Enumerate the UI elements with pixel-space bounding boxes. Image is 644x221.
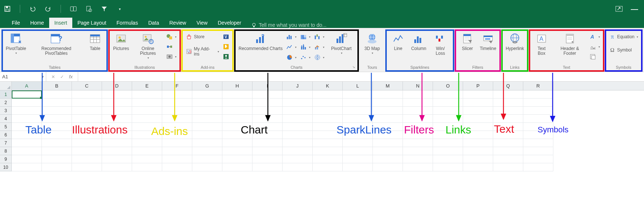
cell[interactable] — [222, 131, 252, 139]
cell[interactable] — [252, 90, 283, 99]
cell[interactable] — [102, 115, 132, 123]
cell[interactable] — [162, 139, 192, 147]
name-box-dropdown-icon[interactable]: ▼ — [41, 75, 44, 79]
cell[interactable] — [162, 99, 192, 107]
cell[interactable] — [373, 90, 403, 99]
tab-data[interactable]: Data — [143, 18, 164, 28]
cell[interactable] — [523, 123, 553, 131]
cell[interactable] — [493, 123, 523, 131]
table-button[interactable]: Table — [87, 32, 103, 51]
cell[interactable] — [42, 90, 72, 99]
cell[interactable] — [192, 163, 222, 171]
row-header[interactable]: 6 — [0, 131, 12, 139]
cell[interactable] — [102, 99, 132, 107]
cell[interactable] — [132, 107, 162, 115]
cell[interactable] — [132, 163, 162, 171]
cell[interactable] — [493, 115, 523, 123]
recommended-charts-button[interactable]: ? Recommended Charts — [239, 32, 283, 51]
charts-launcher-icon[interactable]: ↘ — [352, 65, 355, 69]
cell[interactable] — [493, 131, 523, 139]
cell[interactable] — [313, 90, 343, 99]
column-header[interactable]: O — [433, 82, 463, 90]
cell[interactable] — [192, 147, 222, 155]
cell[interactable] — [42, 99, 72, 107]
store-button[interactable]: Store — [186, 32, 219, 41]
cell[interactable] — [72, 90, 102, 99]
cell[interactable] — [373, 147, 403, 155]
cell[interactable] — [72, 147, 102, 155]
cell[interactable] — [523, 139, 553, 147]
cell[interactable] — [463, 155, 493, 163]
cell[interactable] — [403, 155, 433, 163]
pictures-button[interactable]: Pictures — [113, 32, 130, 51]
cell[interactable] — [42, 155, 72, 163]
cell[interactable] — [252, 155, 283, 163]
formula-input[interactable] — [78, 72, 644, 81]
cell[interactable] — [12, 163, 42, 171]
tab-insert[interactable]: Insert — [49, 18, 72, 28]
line-chart-button[interactable]: ▾ — [286, 43, 299, 51]
cell[interactable] — [192, 90, 222, 99]
cell[interactable] — [252, 139, 283, 147]
cell[interactable] — [283, 107, 313, 115]
row-header[interactable]: 5 — [0, 123, 12, 131]
cell[interactable] — [72, 99, 102, 107]
cell[interactable] — [252, 123, 283, 131]
cell[interactable] — [313, 131, 343, 139]
scatter-chart-button[interactable]: ▾ — [300, 53, 313, 62]
cell[interactable] — [523, 155, 553, 163]
cell[interactable] — [313, 123, 343, 131]
cell[interactable] — [283, 163, 313, 171]
cell[interactable] — [313, 139, 343, 147]
column-header[interactable]: D — [102, 82, 132, 90]
cell[interactable] — [343, 115, 373, 123]
cell[interactable] — [12, 107, 42, 115]
cell[interactable] — [72, 115, 102, 123]
cell[interactable] — [433, 147, 463, 155]
select-all-button[interactable] — [0, 82, 12, 90]
cell[interactable] — [463, 163, 493, 171]
cell[interactable] — [343, 123, 373, 131]
cell[interactable] — [42, 139, 72, 147]
cell[interactable] — [132, 99, 162, 107]
cell[interactable] — [523, 115, 553, 123]
ribbon-display-options-icon[interactable] — [615, 4, 623, 13]
sparkline-winloss-button[interactable]: Win/ Loss — [431, 32, 450, 56]
cell[interactable] — [343, 131, 373, 139]
cell[interactable] — [72, 123, 102, 131]
cell[interactable] — [463, 139, 493, 147]
cell[interactable] — [463, 115, 493, 123]
row-header[interactable]: 1 — [0, 90, 12, 99]
cell[interactable] — [132, 123, 162, 131]
hyperlink-button[interactable]: Hyperlink — [506, 32, 524, 51]
pivotchart-button[interactable]: PivotChart ▾ — [331, 32, 352, 55]
recommended-pivottables-button[interactable]: ? Recommended PivotTables — [30, 32, 83, 56]
cell[interactable] — [132, 139, 162, 147]
slicer-button[interactable]: Slicer — [459, 32, 476, 51]
column-header[interactable]: C — [72, 82, 102, 90]
cell[interactable] — [433, 107, 463, 115]
waterfall-chart-button[interactable]: ▾ — [314, 32, 327, 41]
row-header[interactable]: 3 — [0, 107, 12, 115]
cell[interactable] — [42, 163, 72, 171]
cell[interactable] — [313, 115, 343, 123]
column-header[interactable]: M — [373, 82, 403, 90]
cell[interactable] — [463, 131, 493, 139]
cell[interactable] — [463, 90, 493, 99]
cell[interactable] — [313, 107, 343, 115]
cell[interactable] — [523, 107, 553, 115]
object-button[interactable] — [590, 52, 600, 61]
qat-customize-icon[interactable]: ▾ — [115, 4, 124, 13]
cell[interactable] — [523, 147, 553, 155]
cell[interactable] — [102, 163, 132, 171]
cell[interactable] — [162, 123, 192, 131]
cell[interactable] — [222, 155, 252, 163]
column-chart-button[interactable]: ▾ — [286, 32, 299, 41]
cell[interactable] — [463, 123, 493, 131]
fx-icon[interactable]: fx — [69, 74, 73, 79]
cell[interactable] — [192, 123, 222, 131]
cell[interactable] — [433, 155, 463, 163]
equation-button[interactable]: π Equation ▾ — [609, 32, 638, 41]
cell[interactable] — [222, 90, 252, 99]
cell[interactable] — [433, 115, 463, 123]
